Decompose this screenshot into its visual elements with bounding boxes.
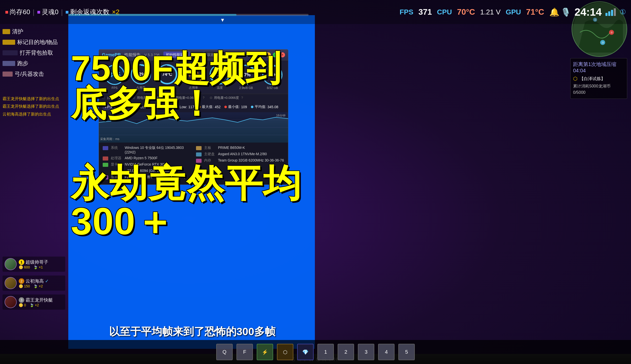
coin-icon-3: 🪙 — [19, 303, 23, 307]
mission-item: ⬡ 【白泽试炼】 — [573, 76, 624, 82]
bag-icon — [3, 50, 18, 55]
menu-item-label-run: 跑步 — [17, 60, 28, 67]
player-avatar-2 — [5, 277, 17, 289]
cpu-temp-value: 70°C — [457, 7, 475, 17]
leaf-icon-3: 🍃 — [30, 303, 34, 307]
player-avatar-3 — [5, 296, 17, 308]
motherboard-label: 主板 — [204, 146, 215, 150]
player-number-3: 3 霸王龙开快艇 — [19, 297, 63, 303]
fps-value: 371 — [418, 7, 432, 17]
menu-item-label-bag: 打开背包拾取 — [20, 49, 53, 57]
remain-value: 剩余返魂次数 — [70, 8, 110, 16]
menu-item-bag[interactable]: 打开背包拾取 — [3, 49, 65, 57]
gpu-label: GPU — [506, 8, 521, 16]
signal-bar-4 — [614, 8, 616, 16]
player-name-3: 霸王龙开快艇 — [26, 297, 53, 303]
player-list: 1 超级帅哥子 🪙 600 🍃 ×1 2 云初海高 ✓ 🪙 150 🍃 — [0, 257, 68, 313]
coin-icon-1: 🪙 — [19, 265, 23, 269]
player-score-2: 🪙 150 🍃 ×2 — [19, 284, 63, 288]
verify-icon-2: ✓ — [45, 278, 49, 284]
svg-text:③: ③ — [602, 41, 604, 44]
chat-text-1: 霸王龙开快艇选择了新的出生点 — [3, 97, 59, 101]
motherboard-value: PRIME B650M-K — [218, 146, 245, 150]
shield-icon — [3, 29, 10, 34]
right-info-panel: 距离第1次地域压缩 04:04 ⬡ 【白泽试炼】 累计消耗5000龙湖币 0/5… — [570, 58, 627, 99]
skill-icon-1[interactable]: Q — [216, 344, 233, 360]
os-icon — [103, 146, 108, 150]
player-item-2: 2 云初海高 ✓ 🪙 150 🍃 ×2 — [3, 276, 65, 291]
subtitle-text: 以至于平均帧来到了恐怖的300多帧 — [109, 326, 275, 337]
chat-log: 霸王龙开快艇选择了新的出生点 霸王龙开快艇选择了新的出生点 云初海高选择了新的出… — [0, 96, 68, 119]
icons-area: 🔔 🎙️ — [549, 7, 571, 17]
distance-label: 距离第1次地域压缩 04:04 — [573, 61, 624, 74]
top-hud-bar: ■ 尚存60 | ■ 灵魂0 | ■ 剩余返魂次数 ×2 FPS 371 CPU… — [0, 0, 631, 24]
coin-icon-2: 🪙 — [19, 284, 23, 288]
mic-icon: 🎙️ — [561, 7, 571, 17]
os-value: Windows 10 专业版 64位 19045.3803 (22H2) — [125, 146, 191, 154]
player-number-2: 2 云初海高 ✓ — [19, 278, 63, 284]
player-score-1: 🪙 600 🍃 ×1 — [19, 265, 63, 269]
signal-bar-1 — [605, 13, 607, 16]
player-item-3: 3 霸王龙开快艇 🪙 0 🍃 ×2 — [3, 294, 65, 310]
title-line2: 永劫竟然平均300＋ — [71, 164, 311, 240]
main-title-area: 7500F超频到底多强！ — [71, 51, 311, 121]
hud-right-stats: 🔔 🎙️ 24:14 ① — [549, 6, 626, 18]
skill-icon-5[interactable]: 💎 — [297, 344, 314, 360]
menu-item-mark[interactable]: 标记目的地/物品 — [3, 38, 65, 46]
menu-item-label-attack: 弓/兵器攻击 — [15, 70, 44, 78]
mission-label: 【白泽试炼】 — [579, 76, 605, 82]
chat-item-1: 霸王龙开快艇选择了新的出生点 — [3, 96, 65, 102]
svg-text:②: ② — [611, 31, 613, 34]
motherboard-icon — [196, 146, 202, 150]
skill-icon-10[interactable]: 5 — [398, 344, 415, 360]
skill-icon-7[interactable]: 2 — [338, 344, 354, 360]
battery-area: ① — [620, 8, 626, 16]
survival-icon: ■ — [5, 9, 8, 15]
player-number-1: 1 超级帅哥子 — [19, 259, 63, 265]
storage-label: 主硬盘 — [204, 152, 215, 156]
cpu-sysinfo-icon — [103, 156, 108, 161]
title-line1: 7500F超频到底多强！ — [71, 51, 311, 121]
menu-item-run[interactable]: 跑步 — [3, 60, 65, 67]
sysinfo-os: 系统 Windows 10 专业版 64位 19045.3803 (22H2) — [103, 146, 191, 154]
skill-icon-4[interactable]: ⬡ — [277, 344, 293, 360]
menu-item-shield[interactable]: 清护 — [3, 28, 65, 35]
player-avatar-1 — [5, 258, 17, 270]
left-ui-panel: 清护 标记目的地/物品 打开背包拾取 跑步 弓/兵器攻击 — [0, 25, 68, 83]
voltage-value: 1.21 V — [480, 8, 501, 16]
sysinfo-motherboard: 主板 PRIME B650M-K — [196, 146, 284, 150]
leaf-icon-2: 🍃 — [33, 284, 38, 288]
skill-icon-6[interactable]: 1 — [317, 344, 334, 360]
player-info-1: 1 超级帅哥子 🪙 600 🍃 ×1 — [19, 259, 63, 269]
cpu-label: CPU — [437, 8, 452, 16]
skill-icon-3[interactable]: ⚡ — [257, 344, 273, 360]
cpu-sysinfo-value: AMD Ryzen 5 7500F — [125, 156, 158, 160]
hud-left-stats: ■ 尚存60 | ■ 灵魂0 | ■ 剩余返魂次数 ×2 — [5, 8, 395, 16]
hud-center-stats: FPS 371 CPU 70°C 1.21 V GPU 71°C — [400, 7, 544, 17]
skill-icon-9[interactable]: 4 — [378, 344, 395, 360]
bottom-skill-bar: Q F ⚡ ⬡ 💎 1 2 3 4 5 — [0, 340, 631, 364]
time-display: 24:14 — [575, 6, 602, 18]
skill-icon-2[interactable]: F — [236, 344, 253, 360]
menu-item-attack[interactable]: 弓/兵器攻击 — [3, 70, 65, 78]
storage-value: Asgard AN3.0 1TNVMe-M.2/80 — [218, 152, 267, 156]
run-icon — [3, 61, 15, 66]
multiplier-value: ×2 — [112, 8, 120, 16]
leaf-icon-1: 🍃 — [33, 265, 38, 269]
skill-icon-8[interactable]: 3 — [358, 344, 374, 360]
player-name-1: 超级帅哥子 — [26, 259, 48, 265]
chat-text-3: 云初海高选择了新的出生点 — [3, 112, 51, 116]
signal-bars — [605, 8, 616, 16]
bottom-subtitle-area: 以至于平均帧来到了恐怖的300多帧 — [71, 325, 314, 339]
survival-stat: ■ 尚存60 | ■ 灵魂0 | ■ 剩余返魂次数 ×2 — [5, 8, 120, 16]
progress-arrow: ▼ — [220, 17, 225, 23]
fps-label: FPS — [400, 8, 413, 16]
attack-icon — [3, 72, 13, 77]
cpu-sysinfo-label: 处理器 — [111, 156, 122, 161]
bell-icon: 🔔 — [549, 7, 559, 17]
mission-progress: 0/5000 — [573, 90, 624, 95]
player-name-2: 云初海高 — [26, 278, 44, 284]
storage-icon — [196, 152, 202, 156]
title-line2-area: 永劫竟然平均300＋ — [71, 162, 311, 240]
player-item-1: 1 超级帅哥子 🪙 600 🍃 ×1 — [3, 257, 65, 272]
